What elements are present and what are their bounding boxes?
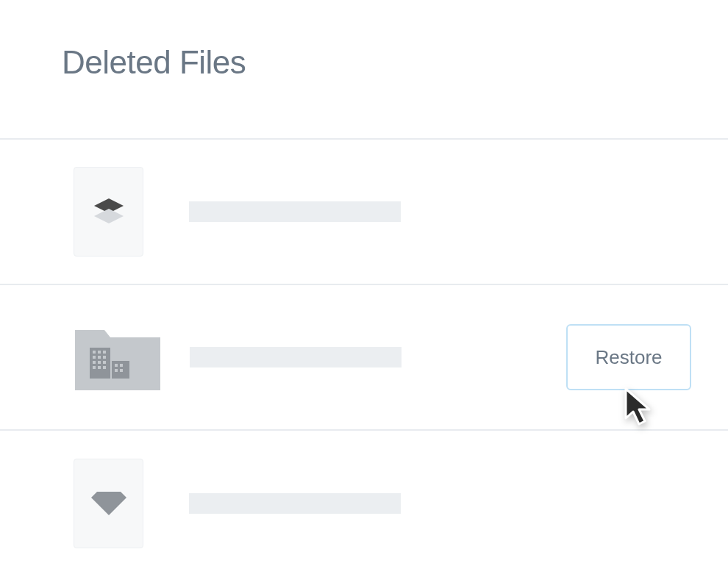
svg-rect-5 (98, 351, 101, 354)
list-item[interactable]: Restore (0, 285, 728, 431)
svg-rect-9 (103, 356, 106, 359)
page-title: Deleted Files (0, 44, 728, 81)
list-item[interactable] (0, 140, 728, 285)
filename-placeholder (189, 201, 401, 222)
filename-placeholder (189, 493, 401, 514)
layers-icon (91, 193, 126, 231)
svg-rect-10 (93, 361, 96, 364)
svg-rect-15 (103, 366, 106, 369)
restore-button[interactable]: Restore (566, 324, 691, 390)
file-thumbnail (74, 459, 143, 548)
svg-rect-17 (120, 364, 123, 367)
deleted-files-list: Restore (0, 138, 728, 576)
svg-marker-20 (91, 492, 126, 515)
svg-marker-1 (94, 209, 124, 223)
diamond-icon (91, 487, 126, 520)
list-item[interactable] (0, 431, 728, 576)
svg-rect-4 (93, 351, 96, 354)
svg-rect-7 (93, 356, 96, 359)
svg-rect-6 (103, 351, 106, 354)
filename-placeholder (190, 347, 402, 368)
folder-building-icon (74, 320, 162, 395)
svg-rect-8 (98, 356, 101, 359)
svg-rect-12 (103, 361, 106, 364)
svg-rect-14 (98, 366, 101, 369)
svg-rect-11 (98, 361, 101, 364)
file-thumbnail (74, 167, 143, 257)
svg-rect-18 (115, 369, 118, 372)
folder-thumbnail (74, 321, 162, 393)
svg-rect-13 (93, 366, 96, 369)
svg-rect-16 (115, 364, 118, 367)
svg-rect-19 (120, 369, 123, 372)
